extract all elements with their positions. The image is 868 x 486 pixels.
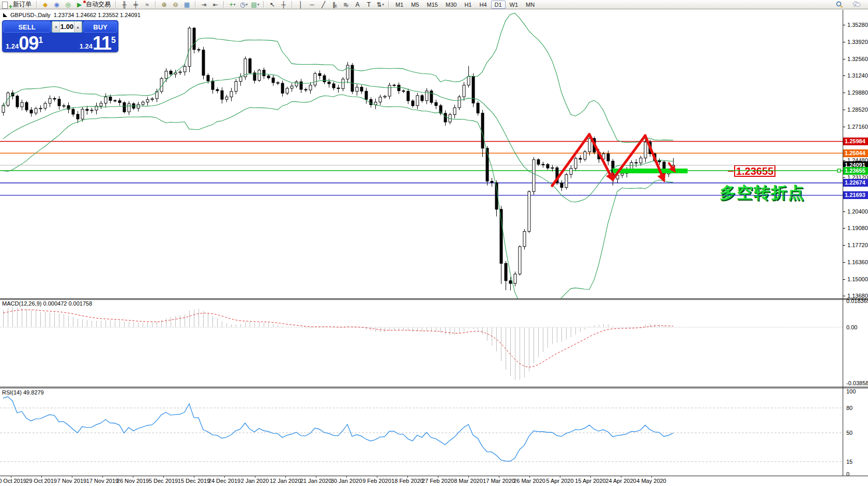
candle-body [551, 168, 554, 168]
main-chart-canvas[interactable] [0, 10, 843, 298]
candle-body [430, 91, 433, 102]
timeframe-m5[interactable]: M5 [407, 1, 422, 9]
date-axis[interactable] [0, 476, 843, 486]
search-icon[interactable] [834, 1, 845, 9]
crosshair-icon[interactable]: ┼ [278, 1, 289, 9]
autotrading-label[interactable]: 自动交易 [86, 0, 111, 9]
crosshair-icon: ┼ [281, 1, 286, 9]
timeframe-h1[interactable]: H1 [461, 1, 475, 9]
candle-body [584, 152, 586, 160]
chart-shift-icon[interactable]: ⇤ [210, 1, 221, 9]
candle-body [239, 77, 242, 82]
candlestick-chart-icon[interactable]: ╪ [130, 1, 141, 9]
candle-body [81, 109, 84, 119]
zoom-in-icon[interactable]: ⊕ [159, 1, 170, 9]
zoom-out-icon[interactable]: ⊖ [170, 1, 181, 9]
rsi-line [3, 397, 673, 461]
macd-scale-label: 0.00 [846, 324, 857, 330]
tile-windows-icon[interactable]: ▦ [181, 1, 192, 9]
trendline-icon[interactable]: ╱ [318, 1, 329, 9]
signals-icon: ◎ [65, 1, 70, 9]
candle-body [588, 139, 591, 152]
autotrading-icon: ▶ [77, 1, 82, 9]
toolbar-right-group [834, 1, 867, 9]
signals-icon[interactable]: ◎ [63, 1, 73, 9]
candle-body [393, 85, 395, 85]
candle-body [491, 181, 493, 183]
zoom-in-icon: ⊕ [161, 1, 166, 9]
chat-icon[interactable] [851, 1, 862, 9]
chart-shift-icon: ⇤ [212, 1, 218, 9]
support-highlight-bar[interactable] [613, 169, 688, 173]
indicators-icon: + [230, 1, 233, 9]
indicators-icon[interactable]: +▾ [227, 1, 238, 9]
new-order-label[interactable]: 新订单 [13, 0, 32, 9]
toolbar: +新订单◆◉◎▶自动交易╫╪≈⊕⊖▦⇥⇤+▾◷▾▤▾↖┼│─╱∥E≡FAT⇅▾M… [0, 0, 868, 9]
candle-body [267, 76, 270, 78]
fibonacci-icon[interactable]: ≡F [341, 1, 352, 9]
candle-body [263, 70, 265, 76]
candle-body [184, 67, 186, 72]
vertical-line-icon[interactable]: │ [295, 1, 306, 9]
line-chart-icon[interactable]: ≈ [142, 1, 153, 9]
candle-body [458, 97, 461, 108]
candle-body [225, 97, 228, 99]
candle-body [207, 75, 209, 81]
market-watch-icon[interactable]: ◉ [51, 1, 62, 9]
label-icon[interactable]: T [363, 1, 374, 9]
cursor-icon: ↖ [269, 1, 275, 9]
timeframe-m30[interactable]: M30 [442, 1, 460, 9]
autotrading-icon[interactable]: ▶ [74, 1, 85, 9]
candle-body [221, 90, 223, 99]
market-watch-icon: ◉ [54, 1, 59, 9]
candle-body [416, 96, 419, 106]
timeframe-m1[interactable]: M1 [392, 1, 407, 9]
zigzag-arrow-leg[interactable] [645, 135, 664, 180]
candle-body [272, 78, 275, 83]
metaeditor-icon[interactable]: ◆ [40, 1, 51, 9]
periods-icon[interactable]: ◷▾ [238, 1, 249, 9]
timeframe-d1[interactable]: D1 [491, 1, 506, 9]
candle-body [244, 59, 247, 77]
arrows-icon[interactable]: ⇅▾ [375, 1, 386, 9]
candle-body [104, 97, 107, 103]
candle-body [25, 102, 28, 110]
horizontal-line-icon: ─ [310, 1, 314, 9]
channel-icon[interactable]: ∥E [329, 1, 340, 9]
candle-body [211, 81, 214, 89]
candle-body [295, 82, 298, 86]
hline-anchor-handle[interactable] [837, 169, 841, 172]
candle-body [356, 87, 358, 92]
auto-scroll-icon[interactable]: ⇥ [199, 1, 209, 9]
candle-body [453, 108, 456, 114]
candle-body [142, 102, 144, 104]
text-icon: A [355, 1, 359, 9]
candle-body [514, 274, 516, 283]
horizontal-line-icon[interactable]: ─ [307, 1, 317, 9]
tile-windows-icon: ▦ [184, 1, 190, 9]
templates-icon[interactable]: ▤▾ [250, 1, 261, 9]
macd-canvas[interactable] [0, 299, 843, 387]
rsi-scale-label: 100 [846, 388, 856, 394]
timeframe-mn[interactable]: MN [522, 1, 538, 9]
toolbar-separator [36, 1, 37, 8]
macd-histogram [4, 307, 674, 379]
candle-body [197, 50, 200, 50]
new-order-button[interactable]: + [1, 1, 12, 9]
candle-body [342, 79, 344, 88]
candle-body [63, 105, 65, 106]
candle-body [58, 99, 60, 106]
timeframe-w1[interactable]: W1 [506, 1, 522, 9]
timeframe-m15[interactable]: M15 [423, 1, 441, 9]
candle-body [86, 109, 88, 110]
cursor-icon[interactable]: ↖ [267, 1, 278, 9]
candle-body [519, 247, 521, 274]
rsi-canvas[interactable] [0, 388, 843, 476]
bar-chart-icon[interactable]: ╫ [119, 1, 130, 9]
candle-body [72, 109, 74, 114]
candle-body [249, 59, 251, 73]
timeframe-h4[interactable]: H4 [476, 1, 490, 9]
line-chart-icon: ≈ [145, 1, 149, 9]
candle-body [365, 91, 368, 99]
text-icon[interactable]: A [352, 1, 363, 9]
